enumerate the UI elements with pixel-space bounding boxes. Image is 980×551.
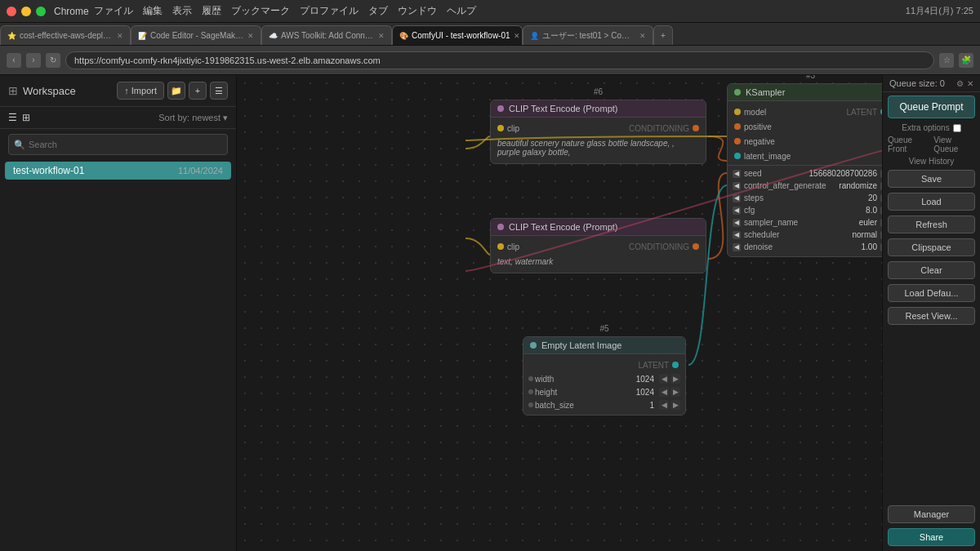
seed-right-btn[interactable]: ▶ — [880, 170, 882, 178]
batch-increase[interactable]: ▶ — [670, 400, 680, 410]
denoise-right-btn[interactable]: ▶ — [880, 243, 882, 251]
node-dot-clip1 — [497, 105, 504, 112]
traffic-light-yellow[interactable] — [21, 7, 31, 16]
control-right-btn[interactable]: ▶ — [880, 182, 882, 190]
negative-label: negative — [744, 137, 775, 146]
menu-bookmark[interactable]: ブックマーク — [231, 4, 290, 18]
extension-btn[interactable]: 🧩 — [959, 53, 973, 68]
scheduler-expand[interactable]: ◀ — [733, 231, 741, 239]
model-in-dot — [734, 109, 741, 115]
menu-button[interactable]: ☰ — [210, 82, 228, 100]
menu-tab[interactable]: タブ — [368, 4, 388, 18]
tab-5[interactable]: 👤 ユーザー: test01 > ComfyUlus... ✕ — [523, 25, 653, 45]
steps-right-btn[interactable]: ▶ — [880, 194, 882, 202]
cfg-expand[interactable]: ◀ — [733, 207, 741, 215]
tab-4-close[interactable]: ✕ — [514, 32, 520, 40]
conditioning2-out-dot — [693, 243, 699, 250]
menu-profile[interactable]: プロファイル — [300, 4, 359, 18]
menu-help[interactable]: ヘルプ — [447, 4, 476, 18]
extra-options-checkbox[interactable] — [953, 124, 961, 132]
sort-selector[interactable]: Sort by: newest ▾ — [158, 113, 228, 123]
workflow-item-1[interactable]: test-workflow-01 11/04/2024 — [5, 162, 231, 180]
queue-front-btn[interactable]: Queue Front — [888, 136, 930, 153]
clip-in-dot — [497, 125, 504, 131]
latent-out-row: LATENT — [523, 358, 685, 372]
queue-close-icon[interactable]: ✕ — [967, 79, 973, 88]
queue-settings-icon[interactable]: ⚙ — [956, 79, 964, 88]
datetime: 11月4日(月) 7:25 — [906, 5, 973, 17]
menu-file[interactable]: ファイル — [94, 4, 133, 18]
tab-3-close[interactable]: ✕ — [378, 32, 385, 40]
steps-row: ◀ steps 20 ▶ — [728, 192, 882, 204]
tab-3-label: AWS Toolkit: Add Connection... — [281, 31, 375, 40]
load-button[interactable]: Load — [888, 193, 975, 211]
clear-button[interactable]: Clear — [888, 261, 975, 279]
control-expand[interactable]: ◀ — [733, 182, 741, 190]
tab-4[interactable]: 🎨 ComfyUI - test-workflow-01 ✕ — [392, 25, 523, 45]
workflow-date: 11/04/2024 — [178, 166, 223, 176]
menu-edit[interactable]: 編集 — [143, 4, 163, 18]
bookmark-btn[interactable]: ☆ — [939, 53, 954, 68]
scheduler-right-btn[interactable]: ▶ — [880, 231, 882, 239]
tab-2-label: Code Editor - SageMaker Stu... — [150, 31, 244, 40]
node-header-latent: Empty Latent Image — [523, 337, 685, 354]
menu-history[interactable]: 履歴 — [202, 4, 221, 18]
width-decrease[interactable]: ◀ — [659, 374, 669, 384]
browser-address-bar: ‹ › ↻ https://comfyu-comfy-rkn4jixtiyic-… — [0, 46, 980, 75]
cfg-right-btn[interactable]: ▶ — [880, 207, 882, 215]
node-body-clip2: clip CONDITIONING text, watermark — [491, 236, 706, 273]
refresh-button[interactable]: ↻ — [46, 53, 60, 68]
clip1-text: beautiful scenery nature glass bottle la… — [491, 136, 706, 160]
refresh-button-panel[interactable]: Refresh — [888, 216, 975, 233]
tab-4-label: ComfyUI - test-workflow-01 — [412, 31, 510, 40]
clipspace-button[interactable]: Clipspace — [888, 238, 975, 256]
height-increase[interactable]: ▶ — [670, 387, 680, 397]
tab-3[interactable]: ☁️ AWS Toolkit: Add Connection... ✕ — [261, 25, 392, 45]
forward-button[interactable]: › — [26, 53, 41, 68]
tab-2-close[interactable]: ✕ — [247, 32, 254, 40]
denoise-expand[interactable]: ◀ — [733, 243, 741, 251]
add-workflow-button[interactable]: + — [189, 82, 207, 100]
canvas-area[interactable]: #6 CLIP Text Encode (Prompt) clip CONDIT… — [237, 75, 882, 551]
new-tab-btn[interactable]: + — [653, 25, 673, 45]
batch-decrease[interactable]: ◀ — [659, 400, 669, 410]
node-title-clip1: CLIP Text Encode (Prompt) — [509, 104, 618, 113]
manager-button[interactable]: Manager — [888, 505, 975, 523]
tab-5-close[interactable]: ✕ — [639, 32, 646, 40]
menu-window[interactable]: ウンドウ — [398, 4, 437, 18]
node-number-6: #6 — [594, 87, 603, 96]
sampler-expand[interactable]: ◀ — [733, 219, 741, 227]
node-header-ksampler: KSampler — [728, 84, 882, 101]
width-increase[interactable]: ▶ — [670, 374, 680, 384]
cfg-label: cfg — [744, 206, 817, 215]
folder-button[interactable]: 📁 — [167, 82, 185, 100]
tab-5-label: ユーザー: test01 > ComfyUlus... — [542, 30, 636, 42]
grid-view-icon[interactable]: ⊞ — [22, 112, 30, 123]
sampler-right-btn[interactable]: ▶ — [880, 219, 882, 227]
tab-1-close[interactable]: ✕ — [117, 32, 123, 40]
list-view-icon[interactable]: ☰ — [8, 112, 17, 123]
share-button[interactable]: Share — [888, 528, 975, 546]
menu-view[interactable]: 表示 — [172, 4, 192, 18]
traffic-light-red[interactable] — [7, 7, 16, 16]
queue-prompt-button[interactable]: Queue Prompt — [888, 96, 975, 118]
url-bar[interactable]: https://comfyu-comfy-rkn4jixtiyic-191986… — [65, 51, 934, 69]
search-input[interactable] — [8, 134, 228, 155]
height-decrease[interactable]: ◀ — [659, 387, 669, 397]
traffic-light-green[interactable] — [36, 7, 46, 16]
seed-expand[interactable]: ◀ — [733, 170, 741, 178]
steps-expand[interactable]: ◀ — [733, 194, 741, 202]
ksampler-negative-row: negative — [728, 134, 882, 149]
back-button[interactable]: ‹ — [7, 53, 21, 68]
control-row: ◀ control_after_generate randomize ▶ — [728, 180, 882, 192]
save-button[interactable]: Save — [888, 170, 975, 188]
tab-2[interactable]: 📝 Code Editor - SageMaker Stu... ✕ — [131, 25, 261, 45]
load-default-button[interactable]: Load Defau... — [888, 284, 975, 302]
latent-image-label: latent_image — [744, 152, 791, 161]
tab-1[interactable]: ⭐ cost-effective-aws-deploym... ✕ — [0, 25, 131, 45]
import-button[interactable]: ↑ Import — [117, 82, 164, 100]
view-queue-btn[interactable]: View Queue — [933, 136, 975, 153]
view-history-btn[interactable]: View History — [909, 157, 954, 166]
clip2-in-dot — [497, 243, 504, 250]
reset-view-button[interactable]: Reset View... — [888, 307, 975, 325]
